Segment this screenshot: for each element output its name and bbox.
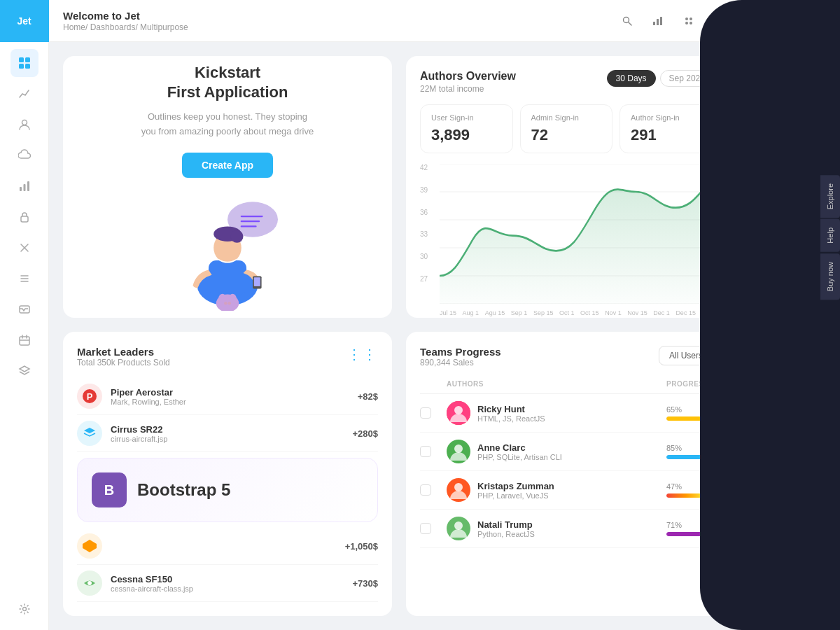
stat-user-signin-value: 3,899 (431, 126, 502, 144)
sidebar-item-lock[interactable] (10, 203, 38, 231)
chart-y-39: 39 (420, 186, 428, 194)
row-checkbox-ricky[interactable] (420, 407, 431, 419)
market-item-cirrus: Cirrus SR22 cirrus-aircraft.jsp +280$ (77, 415, 378, 452)
sidebar-logo[interactable]: Jet (0, 0, 49, 42)
sidebar-item-chart[interactable] (10, 172, 38, 200)
svg-rect-2 (19, 64, 24, 69)
svg-rect-44 (209, 260, 246, 295)
svg-point-73 (454, 483, 463, 491)
author-cell-anne: Anne Clarc PHP, SQLite, Artisan CLI (447, 440, 661, 463)
breadcrumb-current: Multipurpose (140, 22, 188, 32)
sidebar-item-list[interactable] (10, 265, 38, 293)
author-info-kristaps: Kristaps Zumman PHP, Laravel, VueJS (477, 481, 554, 500)
svg-point-4 (22, 120, 27, 125)
author-tech-natali: Python, ReactJS (477, 530, 535, 538)
market-sub-cessna: cessna-aircraft-class.jsp (111, 584, 344, 593)
side-tab-explore[interactable]: Explore (820, 175, 840, 218)
svg-rect-6 (23, 184, 25, 191)
sidebar-item-users[interactable] (10, 111, 38, 139)
sidebar-item-layers[interactable] (10, 357, 38, 385)
stat-admin-signin-label: Admin Sign-in (531, 113, 602, 122)
market-leaders-card: Market Leaders Total 350k Products Sold … (63, 332, 392, 616)
bootstrap-label: Bootstrap 5 (137, 480, 230, 500)
sidebar-item-analytics[interactable] (10, 80, 38, 108)
svg-line-21 (629, 22, 631, 25)
chart-x-sep1: Sep 1 (511, 309, 528, 316)
bootstrap-content: B Bootstrap 5 (92, 472, 363, 507)
row-checkbox-kristaps[interactable] (420, 484, 431, 496)
search-icon[interactable] (616, 10, 638, 32)
dark-overlay: Explore Help Buy now (700, 0, 840, 630)
breadcrumb-dashboards[interactable]: Dashboards/ (90, 22, 138, 32)
market-more-button[interactable]: ⋮⋮ (347, 346, 378, 363)
svg-rect-0 (19, 57, 24, 62)
authors-title-block: Authors Overview 22M total income (420, 70, 516, 94)
author-cell-ricky: Ricky Hunt HTML, JS, ReactJS (447, 401, 661, 425)
market-logo-cessna (77, 570, 102, 596)
sidebar-item-cloud[interactable] (10, 141, 38, 169)
author-cell-natali: Natali Trump Python, ReactJS (447, 517, 661, 540)
author-name-anne: Anne Clarc (477, 442, 562, 453)
avatar-kristaps (447, 478, 470, 502)
stat-author-signin-value: 291 (631, 126, 701, 144)
market-info-cessna: Cessna SF150 cessna-aircraft-class.jsp (111, 574, 344, 593)
page-title: Welcome to Jet (63, 10, 616, 22)
stat-author-signin: Author Sign-in 291 (620, 104, 713, 153)
side-tab-buy[interactable]: Buy now (820, 253, 840, 300)
market-name-cessna: Cessna SF150 (111, 574, 344, 584)
teams-subtitle: 890,344 Sales (420, 358, 501, 368)
chart-y-axis: 42 39 36 33 30 27 (420, 164, 428, 283)
breadcrumb: Welcome to Jet Home/ Dashboards/ Multipu… (63, 10, 616, 32)
sidebar-item-close[interactable] (10, 234, 38, 262)
market-header: Market Leaders Total 350k Products Sold … (77, 346, 378, 368)
chart-y-27: 27 (420, 275, 428, 283)
stat-admin-signin: Admin Sign-in 72 (520, 104, 613, 153)
create-app-button[interactable]: Create App (182, 153, 273, 178)
row-checkbox-anne[interactable] (420, 446, 431, 457)
svg-rect-46 (254, 278, 260, 287)
kickstart-title: Kickstart First Application (167, 63, 288, 103)
market-logo-piper: P (77, 384, 102, 409)
chart-x-agu15: Agu 15 (485, 309, 505, 316)
authors-title: Authors Overview (420, 70, 516, 83)
settings-icon[interactable] (10, 595, 38, 623)
analytics-icon[interactable] (647, 10, 669, 32)
col-authors: AUTHORS (447, 380, 661, 388)
market-title: Market Leaders (77, 346, 170, 358)
svg-point-53 (224, 302, 227, 305)
market-info-piper: Piper Aerostar Mark, Rowling, Esther (111, 387, 349, 406)
chart-x-dec1: Dec 1 (653, 309, 670, 316)
svg-rect-15 (20, 337, 29, 345)
svg-point-54 (227, 302, 231, 305)
breadcrumb-home[interactable]: Home/ (63, 22, 88, 32)
sidebar-item-dashboard[interactable] (10, 49, 38, 77)
side-tab-help[interactable]: Help (820, 219, 840, 252)
market-value-piper: +82$ (358, 391, 378, 402)
sidebar-nav (10, 42, 38, 588)
market-item-extra: +1,050$ (77, 528, 378, 565)
avatar-ricky (447, 401, 470, 425)
sidebar-item-calendar[interactable] (10, 326, 38, 354)
logo-text: Jet (17, 15, 31, 27)
svg-point-49 (231, 230, 244, 243)
market-logo-cirrus (77, 421, 102, 446)
author-name-kristaps: Kristaps Zumman (477, 481, 554, 491)
tab-30days[interactable]: 30 Days (607, 70, 656, 87)
sidebar-item-inbox[interactable] (10, 295, 38, 323)
svg-point-26 (690, 18, 692, 20)
avatar-anne (447, 440, 470, 463)
svg-marker-63 (83, 540, 97, 552)
svg-rect-7 (27, 181, 29, 191)
chart-y-33: 33 (420, 230, 428, 238)
svg-point-75 (454, 522, 463, 530)
stat-author-signin-label: Author Sign-in (631, 113, 701, 122)
market-logo-extra (77, 533, 102, 559)
svg-rect-24 (660, 17, 662, 25)
row-checkbox-natali[interactable] (420, 523, 431, 534)
grid-icon[interactable] (678, 10, 700, 32)
svg-point-25 (685, 18, 688, 20)
svg-point-71 (454, 444, 463, 453)
chart-x-dec15: Dec 15 (676, 309, 696, 316)
author-tech-anne: PHP, SQLite, Artisan CLI (477, 453, 562, 461)
market-title-block: Market Leaders Total 350k Products Sold (77, 346, 170, 368)
